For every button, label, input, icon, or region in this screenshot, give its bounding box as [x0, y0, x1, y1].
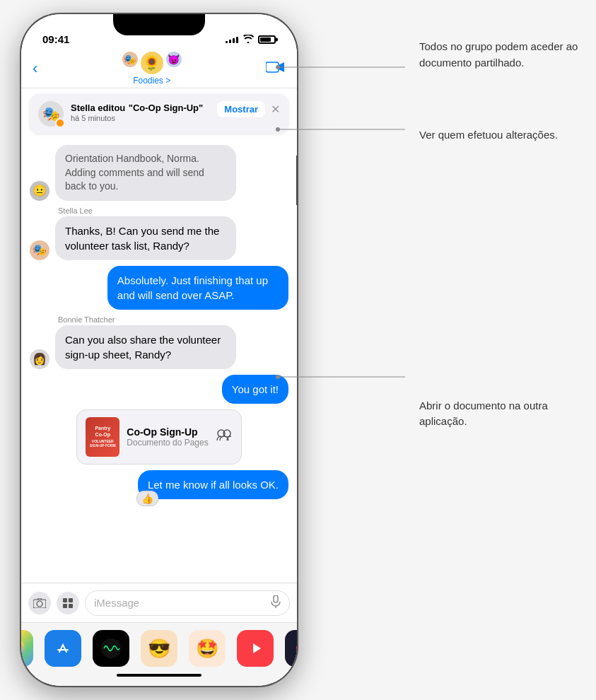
msg-content-1: Orientation Handbook, Norma. Adding comm…: [55, 145, 236, 201]
signal-bar-1: [226, 41, 228, 43]
message-row-5: You got it!: [30, 375, 288, 404]
dock-fitness[interactable]: [285, 630, 297, 667]
msg-sender-2: Stella Lee: [55, 206, 236, 215]
doc-thumbnail: Pantry Co-Op VOLUNTEERSIGN-UP FORM: [86, 417, 119, 457]
msg-sender-4: Bonnie Thatcher: [55, 315, 236, 324]
message-row: 😐 Orientation Handbook, Norma. Adding co…: [30, 145, 288, 201]
doc-name: Co-Op Sign-Up: [127, 426, 208, 438]
annotation-line-1: [278, 60, 419, 88]
back-button[interactable]: ‹: [33, 59, 37, 78]
dock-soundboard[interactable]: [93, 630, 129, 667]
avatar-1: 🎭: [122, 52, 138, 67]
group-name[interactable]: Foodies >: [133, 76, 170, 86]
svg-point-4: [37, 601, 42, 607]
msg-avatar-4: 👩: [30, 349, 49, 369]
message-row-3: Absolutely. Just finishing that up and w…: [30, 266, 288, 310]
signal-bar-4: [236, 37, 238, 43]
phone-wrapper: 09:41 ‹: [21, 14, 297, 686]
doc-collab-icon[interactable]: [216, 428, 233, 445]
dock-apps: 😎 🤩: [21, 623, 297, 671]
svg-point-23: [276, 127, 280, 132]
messages-area: 😐 Orientation Handbook, Norma. Adding co…: [21, 139, 297, 583]
msg-content-2: Stella Lee Thanks, B! Can you send me th…: [55, 206, 236, 260]
mic-icon[interactable]: [271, 595, 281, 611]
svg-rect-6: [69, 598, 73, 602]
svg-point-25: [276, 375, 280, 379]
message-row-7: Let me know if all looks OK. 👍: [30, 470, 288, 499]
svg-point-21: [276, 65, 280, 69]
nav-bar: ‹ 🎭 🌻 👿 Foodies >: [21, 49, 297, 88]
spacer: [30, 505, 288, 516]
phone-frame: 09:41 ‹: [21, 14, 297, 686]
bubble-4: Can you also share the volunteer sign-up…: [55, 325, 236, 369]
msg-content-3: Absolutely. Just finishing that up and w…: [107, 266, 288, 310]
dock: 😎 🤩: [21, 622, 297, 686]
signal-bar-3: [233, 38, 235, 43]
battery-fill: [260, 37, 271, 42]
notif-content: Stella editou "Co-Op Sign-Up" há 5 minut…: [71, 101, 210, 122]
dock-photos[interactable]: [21, 630, 33, 667]
notif-close-button[interactable]: ✕: [271, 103, 280, 116]
nav-avatars: 🎭 🌻 👿: [122, 52, 182, 74]
dock-appstore[interactable]: [45, 630, 81, 667]
annotation-line-3: [278, 370, 419, 391]
camera-button[interactable]: [28, 592, 51, 614]
dock-memoji1[interactable]: 😎: [141, 630, 177, 667]
bubble-1: Orientation Handbook, Norma. Adding comm…: [55, 145, 236, 201]
battery-icon: [258, 35, 276, 44]
dock-music[interactable]: [237, 630, 274, 667]
bubble-3: Absolutely. Just finishing that up and w…: [107, 266, 288, 310]
home-indicator: [117, 674, 201, 677]
annotation-line-2: [278, 122, 419, 144]
notif-avatar: 🎭: [38, 101, 64, 127]
svg-point-13: [53, 638, 73, 658]
msg-avatar-2: 🎭: [30, 240, 49, 260]
doc-bubble[interactable]: Pantry Co-Op VOLUNTEERSIGN-UP FORM Co-Op…: [76, 409, 241, 465]
phone-screen: 09:41 ‹: [21, 14, 297, 686]
status-time: 09:41: [42, 33, 69, 45]
phone-side-button: [296, 156, 297, 205]
notch: [113, 14, 205, 35]
doc-info: Co-Op Sign-Up Documento do Pages: [127, 426, 208, 448]
message-input[interactable]: iMessage: [85, 590, 290, 616]
reaction-badge: 👍: [136, 491, 158, 506]
doc-type: Documento do Pages: [127, 438, 208, 448]
svg-rect-7: [63, 604, 67, 608]
dock-memoji2[interactable]: 🤩: [189, 630, 226, 667]
bubble-2: Thanks, B! Can you send me the volunteer…: [55, 216, 236, 260]
input-bar: iMessage: [21, 583, 297, 622]
notif-badge: [55, 118, 65, 128]
signal-bars: [226, 37, 238, 43]
notif-title: Stella editou "Co-Op Sign-Up": [71, 101, 210, 114]
signal-bar-2: [229, 40, 231, 43]
message-row-4: 👩 Bonnie Thatcher Can you also share the…: [30, 315, 288, 369]
annotation-1: Todos no grupo podem aceder ao documento…: [419, 39, 582, 71]
input-placeholder: iMessage: [94, 597, 139, 609]
notif-time: há 5 minutos: [71, 114, 210, 122]
annotation-3: Abrir o documento na outra aplicação.: [419, 398, 582, 430]
nav-center[interactable]: 🎭 🌻 👿 Foodies >: [122, 52, 182, 86]
notif-actions: Mostrar ✕: [217, 101, 280, 117]
notification-banner[interactable]: 🎭 Stella editou "Co-Op Sign-Up" há 5 min…: [30, 94, 288, 134]
svg-rect-5: [63, 598, 67, 602]
message-row-2: 🎭 Stella Lee Thanks, B! Can you send me …: [30, 206, 288, 260]
annotation-2: Ver quem efetuou alterações.: [419, 127, 582, 144]
msg-content-7: Let me know if all looks OK. 👍: [138, 470, 288, 499]
status-icons: [226, 34, 276, 45]
avatar-3: 👿: [166, 52, 182, 67]
msg-avatar-1: 😐: [30, 181, 49, 201]
svg-point-11: [21, 638, 25, 658]
notif-show-button[interactable]: Mostrar: [217, 101, 265, 117]
svg-rect-9: [274, 595, 278, 602]
apps-button[interactable]: [57, 592, 79, 614]
wifi-icon: [243, 34, 254, 45]
svg-rect-8: [69, 604, 73, 608]
annotations: Todos no grupo podem aceder ao documento…: [419, 39, 582, 430]
msg-content-4: Bonnie Thatcher Can you also share the v…: [55, 315, 236, 369]
avatar-2: 🌻: [141, 52, 163, 74]
message-row-6: Pantry Co-Op VOLUNTEERSIGN-UP FORM Co-Op…: [30, 409, 288, 465]
bubble-7: Let me know if all looks OK.: [138, 470, 288, 499]
